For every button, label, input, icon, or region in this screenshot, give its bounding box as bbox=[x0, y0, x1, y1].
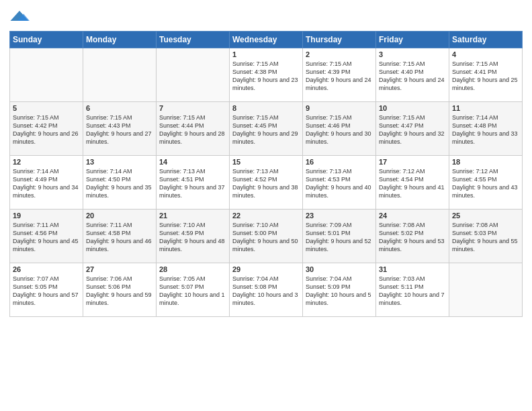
day-number: 13 bbox=[86, 158, 153, 166]
day-info: Sunrise: 7:05 AM Sunset: 5:07 PM Dayligh… bbox=[159, 275, 226, 308]
day-number: 8 bbox=[232, 104, 300, 112]
day-number: 17 bbox=[379, 158, 446, 166]
day-info: Sunrise: 7:09 AM Sunset: 5:01 PM Dayligh… bbox=[306, 221, 373, 254]
day-info: Sunrise: 7:04 AM Sunset: 5:08 PM Dayligh… bbox=[232, 275, 300, 308]
calendar-cell: 30Sunrise: 7:04 AM Sunset: 5:09 PM Dayli… bbox=[303, 263, 376, 317]
calendar-cell: 25Sunrise: 7:08 AM Sunset: 5:03 PM Dayli… bbox=[449, 210, 523, 263]
day-number: 20 bbox=[86, 212, 153, 220]
day-info: Sunrise: 7:15 AM Sunset: 4:42 PM Dayligh… bbox=[13, 113, 80, 146]
day-info: Sunrise: 7:12 AM Sunset: 4:54 PM Dayligh… bbox=[379, 167, 446, 200]
calendar-cell: 7Sunrise: 7:15 AM Sunset: 4:44 PM Daylig… bbox=[157, 102, 230, 156]
weekday-header-row: SundayMondayTuesdayWednesdayThursdayFrid… bbox=[10, 32, 523, 48]
day-number: 23 bbox=[306, 212, 373, 220]
day-number: 30 bbox=[306, 265, 373, 273]
day-info: Sunrise: 7:15 AM Sunset: 4:47 PM Dayligh… bbox=[379, 113, 446, 146]
day-number: 4 bbox=[452, 50, 519, 58]
weekday-header-sunday: Sunday bbox=[10, 32, 83, 48]
calendar-cell: 22Sunrise: 7:10 AM Sunset: 5:00 PM Dayli… bbox=[230, 210, 303, 263]
calendar-cell: 10Sunrise: 7:15 AM Sunset: 4:47 PM Dayli… bbox=[376, 102, 449, 156]
day-number: 9 bbox=[306, 104, 373, 112]
day-number: 11 bbox=[452, 104, 519, 112]
week-row-2: 5Sunrise: 7:15 AM Sunset: 4:42 PM Daylig… bbox=[10, 102, 523, 156]
week-row-1: 1Sunrise: 7:15 AM Sunset: 4:38 PM Daylig… bbox=[10, 48, 523, 102]
day-number: 6 bbox=[86, 104, 153, 112]
calendar-cell: 2Sunrise: 7:15 AM Sunset: 4:39 PM Daylig… bbox=[303, 48, 376, 102]
calendar-cell: 8Sunrise: 7:15 AM Sunset: 4:45 PM Daylig… bbox=[230, 102, 303, 156]
day-info: Sunrise: 7:12 AM Sunset: 4:55 PM Dayligh… bbox=[452, 167, 519, 200]
weekday-header-thursday: Thursday bbox=[303, 32, 376, 48]
calendar-cell bbox=[157, 48, 230, 102]
calendar-cell: 3Sunrise: 7:15 AM Sunset: 4:40 PM Daylig… bbox=[376, 48, 449, 102]
day-info: Sunrise: 7:11 AM Sunset: 4:56 PM Dayligh… bbox=[13, 221, 80, 254]
week-row-3: 12Sunrise: 7:14 AM Sunset: 4:49 PM Dayli… bbox=[10, 156, 523, 210]
week-row-4: 19Sunrise: 7:11 AM Sunset: 4:56 PM Dayli… bbox=[10, 210, 523, 263]
calendar-cell: 12Sunrise: 7:14 AM Sunset: 4:49 PM Dayli… bbox=[10, 156, 83, 210]
day-number: 10 bbox=[379, 104, 446, 112]
day-number: 16 bbox=[306, 158, 373, 166]
weekday-header-saturday: Saturday bbox=[449, 32, 523, 48]
weekday-header-monday: Monday bbox=[83, 32, 157, 48]
day-info: Sunrise: 7:15 AM Sunset: 4:38 PM Dayligh… bbox=[232, 60, 300, 93]
day-number: 31 bbox=[379, 265, 446, 273]
calendar-cell: 19Sunrise: 7:11 AM Sunset: 4:56 PM Dayli… bbox=[10, 210, 83, 263]
day-info: Sunrise: 7:15 AM Sunset: 4:41 PM Dayligh… bbox=[452, 60, 519, 93]
calendar-cell: 5Sunrise: 7:15 AM Sunset: 4:42 PM Daylig… bbox=[10, 102, 83, 156]
day-number: 22 bbox=[232, 212, 300, 220]
calendar-cell: 11Sunrise: 7:14 AM Sunset: 4:48 PM Dayli… bbox=[449, 102, 523, 156]
day-info: Sunrise: 7:15 AM Sunset: 4:43 PM Dayligh… bbox=[86, 113, 153, 146]
day-info: Sunrise: 7:04 AM Sunset: 5:09 PM Dayligh… bbox=[306, 275, 373, 308]
calendar-cell bbox=[83, 48, 157, 102]
header bbox=[9, 7, 523, 27]
weekday-header-tuesday: Tuesday bbox=[157, 32, 230, 48]
weekday-header-friday: Friday bbox=[376, 32, 449, 48]
day-number: 12 bbox=[13, 158, 80, 166]
week-row-5: 26Sunrise: 7:07 AM Sunset: 5:05 PM Dayli… bbox=[10, 263, 523, 317]
calendar-cell: 17Sunrise: 7:12 AM Sunset: 4:54 PM Dayli… bbox=[376, 156, 449, 210]
weekday-header-wednesday: Wednesday bbox=[230, 32, 303, 48]
calendar-cell: 23Sunrise: 7:09 AM Sunset: 5:01 PM Dayli… bbox=[303, 210, 376, 263]
calendar-cell: 13Sunrise: 7:14 AM Sunset: 4:50 PM Dayli… bbox=[83, 156, 157, 210]
calendar-cell: 9Sunrise: 7:15 AM Sunset: 4:46 PM Daylig… bbox=[303, 102, 376, 156]
calendar-cell: 29Sunrise: 7:04 AM Sunset: 5:08 PM Dayli… bbox=[230, 263, 303, 317]
calendar-cell: 1Sunrise: 7:15 AM Sunset: 4:38 PM Daylig… bbox=[230, 48, 303, 102]
day-info: Sunrise: 7:13 AM Sunset: 4:51 PM Dayligh… bbox=[159, 167, 226, 200]
calendar-cell: 21Sunrise: 7:10 AM Sunset: 4:59 PM Dayli… bbox=[157, 210, 230, 263]
day-info: Sunrise: 7:10 AM Sunset: 4:59 PM Dayligh… bbox=[159, 221, 226, 254]
day-info: Sunrise: 7:15 AM Sunset: 4:40 PM Dayligh… bbox=[379, 60, 446, 93]
day-info: Sunrise: 7:13 AM Sunset: 4:52 PM Dayligh… bbox=[232, 167, 300, 200]
day-info: Sunrise: 7:15 AM Sunset: 4:44 PM Dayligh… bbox=[159, 113, 226, 146]
calendar-cell: 14Sunrise: 7:13 AM Sunset: 4:51 PM Dayli… bbox=[157, 156, 230, 210]
day-number: 27 bbox=[86, 265, 153, 273]
day-info: Sunrise: 7:15 AM Sunset: 4:46 PM Dayligh… bbox=[306, 113, 373, 146]
calendar-table: SundayMondayTuesdayWednesdayThursdayFrid… bbox=[9, 31, 523, 317]
day-number: 24 bbox=[379, 212, 446, 220]
day-number: 3 bbox=[379, 50, 446, 58]
calendar-cell: 4Sunrise: 7:15 AM Sunset: 4:41 PM Daylig… bbox=[449, 48, 523, 102]
day-info: Sunrise: 7:11 AM Sunset: 4:58 PM Dayligh… bbox=[86, 221, 153, 254]
calendar-cell: 28Sunrise: 7:05 AM Sunset: 5:07 PM Dayli… bbox=[157, 263, 230, 317]
day-info: Sunrise: 7:08 AM Sunset: 5:03 PM Dayligh… bbox=[452, 221, 519, 254]
day-number: 14 bbox=[159, 158, 226, 166]
day-info: Sunrise: 7:08 AM Sunset: 5:02 PM Dayligh… bbox=[379, 221, 446, 254]
day-number: 5 bbox=[13, 104, 80, 112]
day-info: Sunrise: 7:15 AM Sunset: 4:39 PM Dayligh… bbox=[306, 60, 373, 93]
day-number: 21 bbox=[159, 212, 226, 220]
day-info: Sunrise: 7:14 AM Sunset: 4:48 PM Dayligh… bbox=[452, 113, 519, 146]
day-info: Sunrise: 7:14 AM Sunset: 4:49 PM Dayligh… bbox=[13, 167, 80, 200]
logo-icon bbox=[9, 7, 30, 27]
day-number: 7 bbox=[159, 104, 226, 112]
day-number: 2 bbox=[306, 50, 373, 58]
day-number: 19 bbox=[13, 212, 80, 220]
calendar-cell: 27Sunrise: 7:06 AM Sunset: 5:06 PM Dayli… bbox=[83, 263, 157, 317]
day-info: Sunrise: 7:13 AM Sunset: 4:53 PM Dayligh… bbox=[306, 167, 373, 200]
day-number: 18 bbox=[452, 158, 519, 166]
day-number: 28 bbox=[159, 265, 226, 273]
day-number: 25 bbox=[452, 212, 519, 220]
day-info: Sunrise: 7:06 AM Sunset: 5:06 PM Dayligh… bbox=[86, 275, 153, 308]
calendar-cell: 20Sunrise: 7:11 AM Sunset: 4:58 PM Dayli… bbox=[83, 210, 157, 263]
day-info: Sunrise: 7:10 AM Sunset: 5:00 PM Dayligh… bbox=[232, 221, 300, 254]
day-info: Sunrise: 7:07 AM Sunset: 5:05 PM Dayligh… bbox=[13, 275, 80, 308]
day-info: Sunrise: 7:03 AM Sunset: 5:11 PM Dayligh… bbox=[379, 275, 446, 308]
calendar-cell: 26Sunrise: 7:07 AM Sunset: 5:05 PM Dayli… bbox=[10, 263, 83, 317]
day-info: Sunrise: 7:14 AM Sunset: 4:50 PM Dayligh… bbox=[86, 167, 153, 200]
